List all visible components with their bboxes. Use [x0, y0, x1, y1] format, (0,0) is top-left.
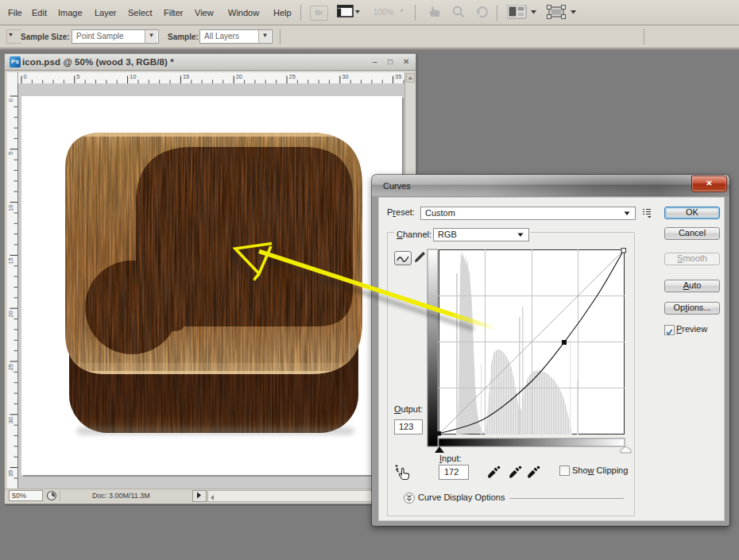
svg-text:10: 10: [7, 205, 14, 211]
svg-text:0: 0: [7, 98, 14, 102]
svg-text:35: 35: [395, 73, 401, 80]
svg-text:15: 15: [183, 73, 189, 80]
svg-text:30: 30: [342, 73, 348, 80]
svg-text:25: 25: [7, 364, 14, 370]
svg-text:25: 25: [289, 73, 296, 80]
svg-text:15: 15: [7, 257, 14, 264]
svg-text:30: 30: [7, 417, 14, 423]
svg-text:10: 10: [130, 73, 136, 80]
svg-text:0: 0: [24, 73, 27, 80]
svg-text:20: 20: [236, 73, 242, 80]
svg-text:35: 35: [7, 470, 14, 477]
svg-text:5: 5: [7, 152, 14, 155]
svg-text:5: 5: [76, 73, 79, 80]
svg-text:20: 20: [7, 311, 14, 317]
